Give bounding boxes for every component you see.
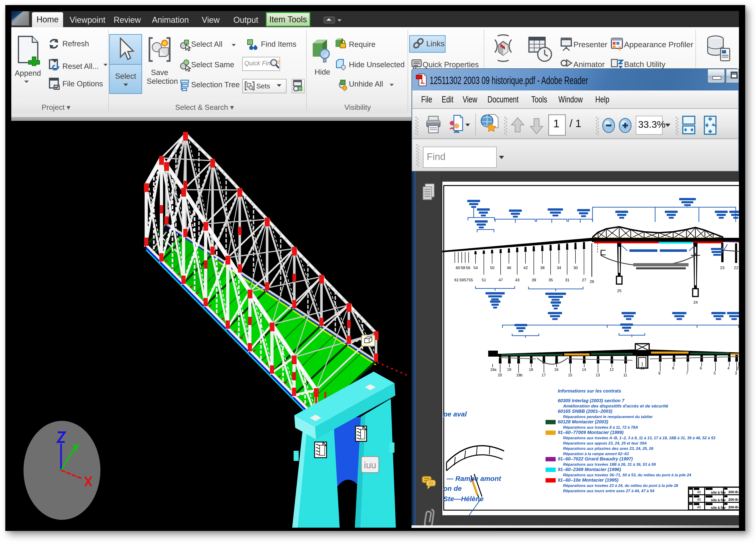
svg-text:Réparations aux travées 18B à: Réparations aux travées 18B à 26, 31 à 3… [563,462,656,467]
svg-text:22: 22 [734,266,738,270]
svg-text:57: 57 [464,278,468,282]
svg-text:60: 60 [456,266,460,270]
svg-text:47: 47 [499,278,503,282]
svg-text:18b: 18b [516,373,522,377]
svg-text:13: 13 [596,373,600,377]
svg-text:10: 10 [640,366,645,370]
svg-text:4: 4 [727,366,730,370]
svg-text:51: 51 [482,278,486,282]
svg-text:Réparations aux travées A–B, 1: Réparations aux travées A–B, 1–2, 3 à 8,… [563,436,715,440]
svg-text:40: 40 [697,497,701,501]
svg-text:2: 2 [737,366,739,370]
svg-text:25: 25 [617,289,622,293]
svg-text:Réparations aux pilastres des: Réparations aux pilastres des axes 23, 2… [563,446,654,451]
svg-text:23: 23 [720,266,724,270]
svg-text:7: 7 [686,371,688,375]
svg-text:Informations sur les contrats: Informations sur les contrats [558,388,621,393]
svg-text:59: 59 [459,278,464,282]
svg-text:34: 34 [557,266,561,270]
svg-text:42: 42 [523,266,528,270]
svg-text:31: 31 [565,278,569,282]
svg-text:Réparations aux travées 23 à 2: Réparations aux travées 23 à 24, du mili… [563,483,678,488]
svg-text:site à fav: site à fav [711,498,726,502]
svg-text:58: 58 [461,266,465,270]
svg-text:— Rampe amont: — Rampe amont [446,475,502,482]
svg-text:55: 55 [469,278,473,282]
svg-text:60128 Montacier (2003): 60128 Montacier (2003) [558,419,608,424]
svg-text:site à fav: site à fav [711,490,726,494]
svg-text:60305 Interlag (2003) section: 60305 Interlag (2003) section 7 [558,398,625,403]
svg-text:Réparations aux appuis 23, 24,: Réparations aux appuis 23, 24, 25 et leu… [563,441,647,445]
svg-text:27: 27 [582,278,586,282]
svg-text:Réparation à la rampe amont 62: Réparation à la rampe amont 62–63 [563,452,629,456]
svg-text:8: 8 [672,366,674,370]
svg-text:20: 20 [498,373,502,377]
svg-text:iuu: iuu [364,460,376,470]
svg-text:site à fav: site à fav [711,506,726,509]
svg-text:6: 6 [700,366,702,370]
svg-text:Réparations aux tours entre ax: Réparations aux tours entre axes 27 à 44… [563,489,654,493]
svg-text:200-B-0: 200-B-0 [728,497,739,501]
svg-text:35: 35 [549,278,553,282]
svg-text:60165 SNBB (2001–2003): 60165 SNBB (2001–2003) [558,409,612,414]
svg-text:3: 3 [735,371,737,375]
svg-text:on de: on de [443,485,462,492]
svg-text:9: 9 [658,371,660,375]
svg-text:16a: 16a [490,368,496,372]
svg-text:Réparations pendant le remplac: Réparations pendant le remplacement du t… [563,415,653,419]
svg-text:16: 16 [554,368,558,372]
svg-text:12: 12 [610,368,614,372]
svg-text:Réparations aux travées 36–71,: Réparations aux travées 36–71, 50 à 53, … [563,473,691,477]
svg-text:39: 39 [532,278,536,282]
svg-text:14: 14 [582,368,586,372]
svg-text:43: 43 [515,278,520,282]
svg-text:61: 61 [454,278,459,282]
svg-text:91–60–2369 Montacier (1996): 91–60–2369 Montacier (1996) [558,467,621,472]
svg-text:91–60–77009 Montacier (1999): 91–60–77009 Montacier (1999) [558,430,624,435]
svg-text:30: 30 [573,266,578,270]
svg-text:91–60–7022 Girard Beaudry (199: 91–60–7022 Girard Beaudry (1997) [558,456,633,461]
svg-text:Ste—Hélène: Ste—Hélène [443,495,484,503]
svg-text:pe aval: pe aval [443,410,467,418]
svg-text:Amélioration des dispositifs d: Amélioration des dispositifs d'accès et … [563,404,668,408]
svg-text:54: 54 [473,266,478,270]
svg-text:38: 38 [540,266,545,270]
svg-text:17: 17 [542,373,546,377]
svg-text:24: 24 [693,300,698,305]
svg-text:40: 40 [697,505,701,509]
svg-text:56: 56 [466,266,470,270]
svg-text:11: 11 [623,373,627,377]
svg-text:Réparations aux travées 8 à 11: Réparations aux travées 8 à 11, 72 à 78A [563,425,638,430]
svg-text:15: 15 [568,373,572,377]
svg-text:46: 46 [507,266,511,270]
svg-text:40: 40 [697,490,701,494]
svg-text:18: 18 [529,368,533,372]
svg-text:19: 19 [507,368,511,372]
svg-text:200-B-0: 200-B-0 [728,505,739,509]
svg-text:5: 5 [714,371,716,375]
svg-text:200-B-0: 200-B-0 [728,490,739,494]
svg-text:50: 50 [490,266,494,270]
svg-text:91–60–10e Montacier (1995): 91–60–10e Montacier (1995) [558,477,619,483]
svg-text:26: 26 [590,279,594,284]
